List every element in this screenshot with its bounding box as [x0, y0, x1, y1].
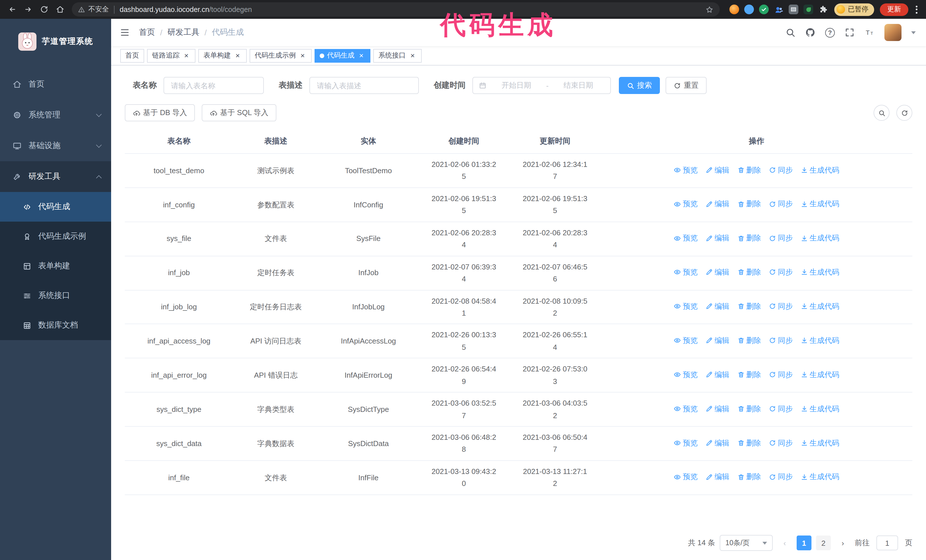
delete-action[interactable]: 删除 — [737, 437, 761, 449]
edit-action[interactable]: 编辑 — [705, 368, 729, 381]
preview-action[interactable]: 预览 — [674, 232, 698, 245]
breadcrumb-devtools[interactable]: 研发工具 — [168, 27, 200, 38]
sync-action[interactable]: 同步 — [769, 437, 793, 449]
delete-action[interactable]: 删除 — [737, 403, 761, 415]
page-number-button[interactable]: 2 — [816, 536, 831, 550]
chevron-down-icon[interactable] — [911, 31, 916, 34]
extension-fox-icon[interactable] — [729, 5, 739, 14]
generate-code-action[interactable]: 生成代码 — [800, 368, 840, 381]
delete-action[interactable]: 删除 — [737, 334, 761, 347]
generate-code-action[interactable]: 生成代码 — [800, 334, 840, 347]
generate-code-action[interactable]: 生成代码 — [800, 198, 840, 210]
generate-code-action[interactable]: 生成代码 — [800, 232, 840, 245]
sidebar-item-codegen[interactable]: 代码生成 — [0, 192, 111, 222]
view-tab[interactable]: 代码生成 × — [315, 49, 371, 62]
extension-people-icon[interactable] — [774, 5, 784, 14]
import-db-button[interactable]: 基于 DB 导入 — [125, 104, 195, 121]
breadcrumb-home[interactable]: 首页 — [139, 27, 155, 38]
extension-screenshot-icon[interactable] — [789, 5, 798, 14]
view-tab[interactable]: 首页 — [120, 49, 144, 62]
toggle-search-button[interactable] — [873, 105, 890, 121]
delete-action[interactable]: 删除 — [737, 232, 761, 245]
sync-action[interactable]: 同步 — [769, 403, 793, 415]
reset-button[interactable]: 重置 — [666, 77, 707, 94]
sync-action[interactable]: 同步 — [769, 334, 793, 347]
table-name-input[interactable] — [163, 77, 264, 94]
extension-leaf-icon[interactable] — [803, 5, 813, 14]
sync-action[interactable]: 同步 — [769, 198, 793, 210]
delete-action[interactable]: 删除 — [737, 198, 761, 210]
preview-action[interactable]: 预览 — [674, 368, 698, 381]
sidebar-item-form-builder[interactable]: 表单构建 — [0, 251, 111, 281]
sync-action[interactable]: 同步 — [769, 300, 793, 312]
sync-action[interactable]: 同步 — [769, 471, 793, 483]
delete-action[interactable]: 删除 — [737, 164, 761, 176]
edit-action[interactable]: 编辑 — [705, 300, 729, 312]
browser-home-button[interactable] — [53, 2, 67, 17]
edit-action[interactable]: 编辑 — [705, 471, 729, 483]
edit-action[interactable]: 编辑 — [705, 164, 729, 176]
tab-close-icon[interactable]: × — [234, 51, 242, 60]
tab-close-icon[interactable]: × — [357, 51, 365, 60]
generate-code-action[interactable]: 生成代码 — [800, 164, 840, 176]
sidebar-item-home[interactable]: 首页 — [0, 69, 111, 100]
next-page-button[interactable]: › — [835, 536, 850, 550]
create-time-range-picker[interactable]: 开始日期 - 结束日期 — [472, 77, 611, 94]
sync-action[interactable]: 同步 — [769, 368, 793, 381]
browser-menu-icon[interactable] — [912, 5, 921, 14]
delete-action[interactable]: 删除 — [737, 266, 761, 278]
delete-action[interactable]: 删除 — [737, 471, 761, 483]
view-tab[interactable]: 表单构建 × — [198, 49, 247, 62]
delete-action[interactable]: 删除 — [737, 300, 761, 312]
view-tab[interactable]: 系统接口 × — [373, 49, 422, 62]
sidebar-item-codegen-example[interactable]: 代码生成示例 — [0, 222, 111, 251]
preview-action[interactable]: 预览 — [674, 334, 698, 347]
generate-code-action[interactable]: 生成代码 — [800, 266, 840, 278]
tab-close-icon[interactable]: × — [409, 51, 416, 60]
preview-action[interactable]: 预览 — [674, 266, 698, 278]
sidebar-toggle-button[interactable] — [120, 27, 130, 38]
preview-action[interactable]: 预览 — [674, 164, 698, 176]
address-bar[interactable]: 不安全 dashboard.yudao.iocoder.cn/tool/code… — [72, 2, 720, 17]
sidebar-item-devtools[interactable]: 研发工具 — [0, 161, 111, 192]
font-size-icon[interactable]: TT — [864, 27, 875, 38]
generate-code-action[interactable]: 生成代码 — [800, 471, 840, 483]
view-tab[interactable]: 代码生成示例 × — [250, 49, 312, 62]
page-size-select[interactable]: 10条/页 — [720, 535, 773, 551]
refresh-table-button[interactable] — [896, 105, 912, 121]
browser-update-button[interactable]: 更新 — [880, 3, 908, 16]
preview-action[interactable]: 预览 — [674, 403, 698, 415]
page-number-button[interactable]: 1 — [797, 536, 811, 550]
generate-code-action[interactable]: 生成代码 — [800, 437, 840, 449]
sidebar-item-system[interactable]: 系统管理 — [0, 100, 111, 130]
edit-action[interactable]: 编辑 — [705, 198, 729, 210]
preview-action[interactable]: 预览 — [674, 198, 698, 210]
extensions-puzzle-icon[interactable] — [818, 5, 828, 14]
edit-action[interactable]: 编辑 — [705, 437, 729, 449]
edit-action[interactable]: 编辑 — [705, 266, 729, 278]
extension-check-icon[interactable] — [759, 5, 769, 14]
search-button[interactable]: 搜索 — [619, 77, 660, 94]
browser-forward-button[interactable] — [21, 2, 35, 17]
goto-page-input[interactable] — [876, 536, 898, 550]
help-icon[interactable]: ? — [825, 28, 835, 37]
browser-reload-button[interactable] — [36, 2, 51, 17]
sidebar-item-db-doc[interactable]: 数据库文档 — [0, 311, 111, 340]
edit-action[interactable]: 编辑 — [705, 403, 729, 415]
edit-action[interactable]: 编辑 — [705, 232, 729, 245]
generate-code-action[interactable]: 生成代码 — [800, 403, 840, 415]
search-icon[interactable] — [785, 27, 796, 38]
bookmark-star-icon[interactable] — [705, 5, 713, 14]
sidebar-item-infra[interactable]: 基础设施 — [0, 130, 111, 161]
preview-action[interactable]: 预览 — [674, 437, 698, 449]
table-desc-input[interactable] — [309, 77, 419, 94]
sync-action[interactable]: 同步 — [769, 164, 793, 176]
sidebar-item-api[interactable]: 系统接口 — [0, 281, 111, 311]
sync-action[interactable]: 同步 — [769, 266, 793, 278]
tab-close-icon[interactable]: × — [182, 51, 190, 60]
prev-page-button[interactable]: ‹ — [777, 536, 792, 550]
tab-close-icon[interactable]: × — [299, 51, 307, 60]
extension-drop-icon[interactable] — [744, 5, 754, 14]
generate-code-action[interactable]: 生成代码 — [800, 300, 840, 312]
delete-action[interactable]: 删除 — [737, 368, 761, 381]
